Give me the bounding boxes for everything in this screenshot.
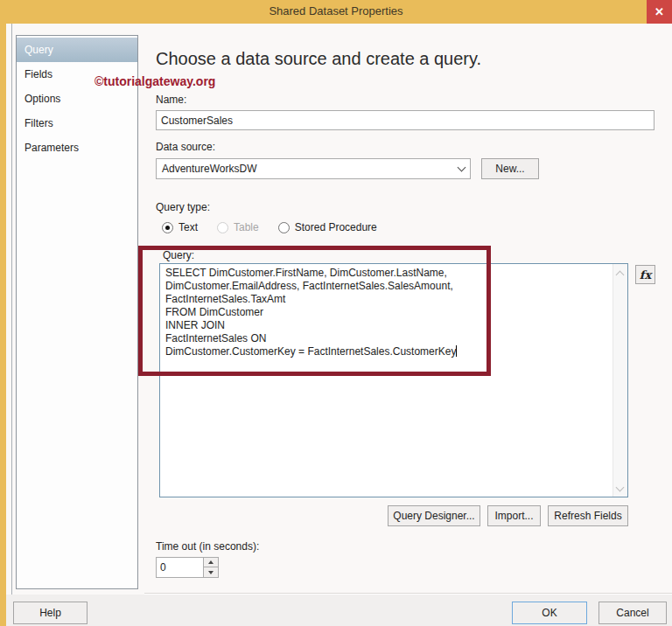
title-bar: Shared Dataset Properties ✕ (0, 0, 672, 24)
stepper-buttons (203, 558, 218, 577)
data-source-label: Data source: (156, 141, 215, 153)
name-label: Name: (156, 94, 186, 106)
sidebar-item-query[interactable]: Query (17, 38, 137, 62)
data-source-dropdown[interactable]: AdventureWorksDW (156, 158, 471, 179)
radio-stored-procedure[interactable]: Stored Procedure (278, 221, 377, 233)
expression-fx-button[interactable]: fx (635, 265, 655, 284)
radio-text-label: Text (178, 221, 198, 233)
shared-dataset-properties-dialog: Shared Dataset Properties ✕ Query Fields… (0, 0, 672, 626)
import-button[interactable]: Import... (487, 505, 541, 526)
radio-text[interactable]: Text (162, 221, 198, 233)
timeout-label: Time out (in seconds): (156, 540, 259, 553)
sidebar-item-options[interactable]: Options (17, 87, 137, 111)
timeout-stepper[interactable]: 0 (156, 557, 219, 578)
arrow-up-icon (208, 560, 214, 564)
radio-unselected-icon (278, 222, 290, 233)
radio-table-label: Table (234, 221, 259, 233)
query-editor[interactable]: SELECT DimCustomer.FirstName, DimCustome… (159, 263, 628, 497)
data-source-value: AdventureWorksDW (162, 163, 458, 175)
sidebar-nav: Query Fields Options Filters Parameters (16, 35, 138, 589)
query-scrollbar[interactable] (612, 264, 627, 497)
sidebar-item-parameters[interactable]: Parameters (17, 136, 137, 160)
radio-table: Table (217, 221, 259, 233)
query-label: Query: (163, 249, 194, 261)
stepper-up-button[interactable] (204, 558, 218, 567)
window-title: Shared Dataset Properties (0, 4, 672, 17)
help-button[interactable]: Help (13, 602, 88, 624)
scroll-down-icon[interactable] (617, 484, 624, 491)
text-caret (456, 345, 457, 357)
radio-selected-icon (162, 222, 173, 233)
close-icon: ✕ (654, 5, 664, 18)
radio-disabled-icon (217, 222, 228, 233)
query-type-radio-group: Text Table Stored Procedure (162, 220, 396, 234)
dialog-border-line (11, 24, 12, 626)
close-button[interactable]: ✕ (647, 0, 672, 24)
query-designer-button[interactable]: Query Designer... (388, 505, 480, 526)
window-frame-left (0, 24, 6, 626)
cancel-button[interactable]: Cancel (598, 602, 667, 624)
ok-button[interactable]: OK (512, 602, 587, 624)
sidebar-item-filters[interactable]: Filters (17, 111, 137, 136)
watermark-text: ©tutorialgateway.org (94, 74, 215, 88)
scroll-up-icon[interactable] (617, 269, 624, 276)
timeout-value: 0 (160, 561, 166, 574)
stepper-down-button[interactable] (204, 567, 218, 577)
new-data-source-button[interactable]: New... (481, 158, 539, 179)
arrow-down-icon (208, 571, 214, 574)
query-text: SELECT DimCustomer.FirstName, DimCustome… (160, 264, 612, 497)
query-type-label: Query type: (156, 201, 210, 213)
chevron-down-icon (458, 163, 466, 171)
refresh-fields-button[interactable]: Refresh Fields (548, 505, 628, 526)
radio-stored-procedure-label: Stored Procedure (295, 221, 377, 233)
page-title: Choose a data source and create a query. (156, 49, 481, 69)
name-input[interactable] (156, 110, 654, 130)
